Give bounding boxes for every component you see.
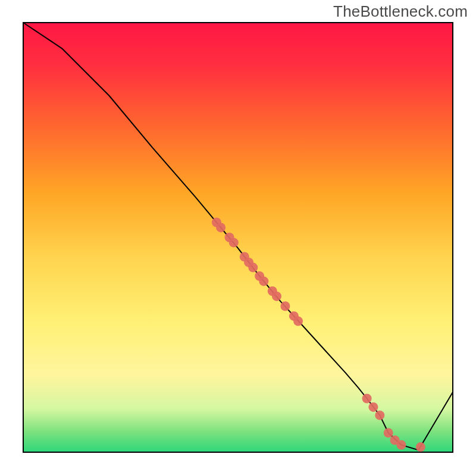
scatter-point [416,442,425,452]
scatter-point [384,428,393,438]
scatter-point [293,317,303,326]
scatter-point [216,223,226,232]
plot-background [23,23,453,452]
scatter-point [248,263,258,273]
scatter-point [362,394,372,403]
scatter-point [375,411,384,420]
scatter-point [229,238,239,248]
chart-container: TheBottleneck.com [0,0,476,476]
scatter-point [396,440,406,450]
scatter-point [272,292,281,301]
scatter-point [368,402,378,412]
watermark-text: TheBottleneck.com [333,2,468,21]
chart-svg [0,0,476,476]
scatter-point [259,277,268,286]
scatter-point [280,302,290,311]
